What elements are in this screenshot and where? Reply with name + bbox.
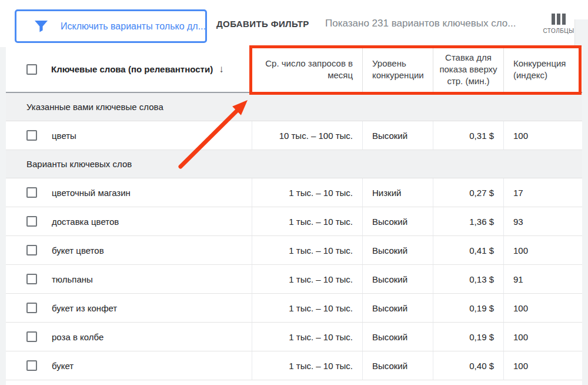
competition-cell: Высокий xyxy=(362,207,433,235)
toolbar-corner-strip xyxy=(574,19,588,47)
table-row: букет цветов 1 тыс. – 10 тыс. Высокий 0,… xyxy=(6,236,582,265)
volume-cell: 1 тыс. – 10 тыс. xyxy=(252,323,362,351)
keyword-cell: роза в колбе xyxy=(6,323,252,351)
index-cell: 91 xyxy=(503,265,582,293)
table-header-row: Ключевые слова (по релевантности) ↓ Ср. … xyxy=(6,47,582,93)
header-cell-competition[interactable]: Уровень конкуренции xyxy=(362,47,433,92)
keyword-text: букет xyxy=(52,361,74,371)
header-cell-bid[interactable]: Ставка для показа вверху стр. (мин.) xyxy=(433,47,503,92)
bid-cell: 0,31 $ xyxy=(433,121,503,150)
keyword-text: цветы xyxy=(52,131,76,141)
sort-descending-icon: ↓ xyxy=(219,63,224,77)
volume-cell: 1 тыс. – 10 тыс. xyxy=(252,265,362,293)
results-count-text: Показано 231 вариантов ключевых сло... xyxy=(325,0,516,47)
index-cell: 100 xyxy=(503,323,582,351)
competition-cell: Высокий xyxy=(362,323,433,351)
keyword-cell: доставка цветов xyxy=(6,207,252,235)
index-cell: 100 xyxy=(503,294,582,322)
keyword-cell: букет xyxy=(6,351,252,380)
volume-cell: 1 тыс. – 10 тыс. xyxy=(252,207,362,235)
table-row: букет 1 тыс. – 10 тыс. Высокий 0,40 $ 10… xyxy=(6,351,582,380)
columns-label: СТОЛБЦЫ xyxy=(543,28,574,34)
header-cell-volume[interactable]: Ср. число запросов в месяц xyxy=(252,47,362,92)
filter-chip-label: Исключить варианты только дл... xyxy=(61,21,205,32)
keyword-text: букет цветов xyxy=(52,245,104,255)
keyword-text: доставка цветов xyxy=(52,217,119,227)
section-row: Варианты ключевых слов xyxy=(6,150,582,178)
bid-cell: 0,19 $ xyxy=(433,323,503,351)
row-checkbox[interactable] xyxy=(26,130,37,141)
row-checkbox[interactable] xyxy=(26,331,37,342)
row-checkbox[interactable] xyxy=(26,303,37,313)
table-row: роза в колбе 1 тыс. – 10 тыс. Высокий 0,… xyxy=(6,323,582,351)
row-checkbox[interactable] xyxy=(26,245,37,255)
index-cell: 93 xyxy=(503,207,582,235)
volume-cell: 10 тыс. – 100 тыс. xyxy=(252,121,362,150)
row-checkbox[interactable] xyxy=(26,274,37,284)
table-row: доставка цветов 1 тыс. – 10 тыс. Высокий… xyxy=(6,207,582,236)
keyword-text: цветочный магазин xyxy=(52,188,131,198)
filter-funnel-icon xyxy=(35,21,48,32)
keyword-planner-page: Исключить варианты только дл... ДОБАВИТЬ… xyxy=(0,0,588,385)
volume-cell: 1 тыс. – 10 тыс. xyxy=(252,294,362,322)
bid-cell: 0,27 $ xyxy=(433,178,503,207)
keyword-text: букет из конфет xyxy=(52,303,117,313)
select-all-checkbox[interactable] xyxy=(26,64,37,75)
table-body: Указанные вами ключевые слова цветы 10 т… xyxy=(6,93,582,380)
bid-cell: 0,40 $ xyxy=(433,351,503,380)
row-checkbox[interactable] xyxy=(26,360,37,371)
competition-cell: Высокий xyxy=(362,265,433,293)
active-filter-chip[interactable]: Исключить варианты только дл... xyxy=(15,9,207,43)
keyword-cell: цветы xyxy=(6,121,252,150)
toolbar: Исключить варианты только дл... ДОБАВИТЬ… xyxy=(0,0,588,47)
index-cell: 17 xyxy=(503,178,582,207)
columns-button[interactable]: СТОЛБЦЫ xyxy=(537,14,580,34)
table-row: тюльпаны 1 тыс. – 10 тыс. Высокий 0,13 $… xyxy=(6,265,582,294)
bid-cell: 0,41 $ xyxy=(433,236,503,264)
keyword-text: тюльпаны xyxy=(52,274,93,284)
keyword-cell: цветочный магазин xyxy=(6,178,252,207)
competition-cell: Высокий xyxy=(362,351,433,380)
columns-icon xyxy=(552,14,566,25)
add-filter-button[interactable]: ДОБАВИТЬ ФИЛЬТР xyxy=(216,0,309,47)
row-checkbox[interactable] xyxy=(26,187,37,198)
partial-next-row xyxy=(6,380,582,384)
volume-cell: 1 тыс. – 10 тыс. xyxy=(252,351,362,380)
bid-cell: 0,13 $ xyxy=(433,265,503,293)
section-label: Указанные вами ключевые слова xyxy=(26,102,163,112)
keyword-text: роза в колбе xyxy=(52,332,103,342)
table-row: цветочный магазин 1 тыс. – 10 тыс. Низки… xyxy=(6,178,582,207)
section-label: Варианты ключевых слов xyxy=(26,159,132,169)
table-row: букет из конфет 1 тыс. – 10 тыс. Высокий… xyxy=(6,294,582,323)
volume-cell: 1 тыс. – 10 тыс. xyxy=(252,236,362,264)
competition-cell: Высокий xyxy=(362,236,433,264)
competition-cell: Высокий xyxy=(362,121,433,150)
index-cell: 100 xyxy=(503,351,582,380)
table-row: цветы 10 тыс. – 100 тыс. Высокий 0,31 $ … xyxy=(6,121,582,150)
bid-cell: 1,36 $ xyxy=(433,207,503,235)
section-row: Указанные вами ключевые слова xyxy=(6,93,582,121)
keyword-cell: тюльпаны xyxy=(6,265,252,293)
keyword-cell: букет из конфет xyxy=(6,294,252,322)
keywords-header-label: Ключевые слова (по релевантности) xyxy=(51,64,213,75)
header-cell-keywords[interactable]: Ключевые слова (по релевантности) ↓ xyxy=(6,47,252,92)
bid-cell: 0,19 $ xyxy=(433,294,503,322)
competition-cell: Низкий xyxy=(362,178,433,207)
header-cell-index[interactable]: Конкуренция (индекс) xyxy=(503,47,582,92)
keyword-cell: букет цветов xyxy=(6,236,252,264)
index-cell: 100 xyxy=(503,121,582,150)
row-checkbox[interactable] xyxy=(26,216,37,227)
index-cell: 100 xyxy=(503,236,582,264)
keyword-table: Ключевые слова (по релевантности) ↓ Ср. … xyxy=(6,47,582,385)
volume-cell: 1 тыс. – 10 тыс. xyxy=(252,178,362,207)
competition-cell: Высокий xyxy=(362,294,433,322)
